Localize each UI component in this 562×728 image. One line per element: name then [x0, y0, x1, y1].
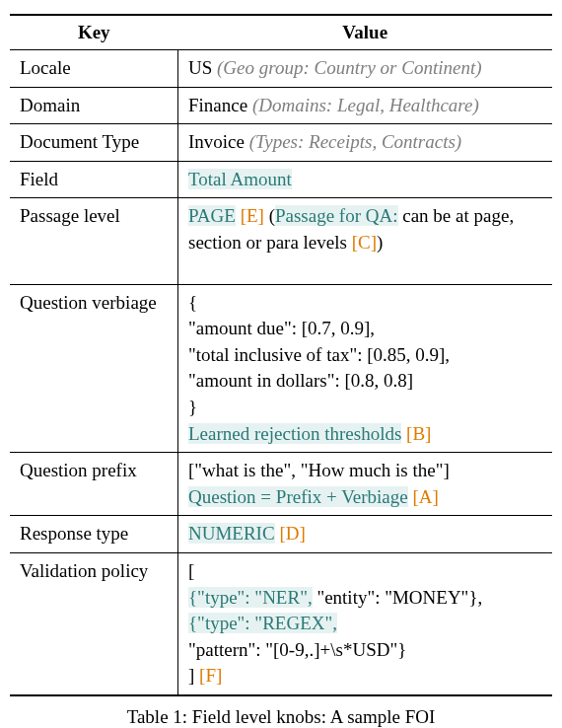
passage-qa: Passage for QA: — [275, 205, 398, 226]
row-domain: Domain Finance (Domains: Legal, Healthca… — [10, 87, 552, 124]
cell-verbiage-key: Question verbiage — [10, 284, 178, 453]
header-row: Key Value — [10, 15, 552, 50]
row-validation: Validation policy [ {"type": "NER", "ent… — [10, 552, 552, 694]
row-response: Response type NUMERIC [D] — [10, 516, 552, 553]
cell-prefix-value: ["what is the", "How much is the"] Quest… — [178, 453, 553, 516]
doctype-main: Invoice — [188, 131, 245, 152]
verbiage-learned: Learned rejection thresholds — [188, 423, 401, 444]
validation-ner-a: {"type": "NER", — [188, 587, 313, 608]
cell-verbiage-value: { "amount due": [0.7, 0.9], "total inclu… — [178, 284, 553, 453]
cell-response-key: Response type — [10, 516, 178, 553]
cell-passage-value: PAGE [E] (Passage for QA: can be at page… — [178, 198, 553, 284]
caption-l1: Table 1: Field level knobs: A sample FOI — [127, 706, 436, 727]
locale-note: (Geo group: Country or Continent) — [212, 57, 481, 78]
verbiage-l4: "amount in dollars": [0.8, 0.8] — [188, 370, 413, 391]
verbiage-l5: } — [188, 397, 197, 417]
cell-field-key: Field — [10, 161, 178, 198]
cell-domain-value: Finance (Domains: Legal, Healthcare) — [178, 87, 553, 124]
passage-open: ( — [264, 205, 275, 226]
row-field: Field Total Amount — [10, 161, 552, 198]
cell-response-value: NUMERIC [D] — [178, 516, 553, 553]
passage-tag-e: [E] — [241, 205, 264, 226]
foi-config-table: Key Value Locale US (Geo group: Country … — [10, 14, 552, 696]
cell-locale-key: Locale — [10, 50, 178, 88]
table-caption: Table 1: Field level knobs: A sample FOI… — [10, 706, 552, 728]
prefix-l1: ["what is the", "How much is the"] — [188, 460, 450, 480]
prefix-eq: Question = Prefix + Verbiage — [188, 486, 408, 507]
cell-validation-key: Validation policy — [10, 552, 178, 694]
validation-ner-b: "entity": "MONEY"}, — [313, 587, 483, 608]
cell-locale-value: US (Geo group: Country or Continent) — [178, 50, 553, 88]
cell-validation-value: [ {"type": "NER", "entity": "MONEY"}, {"… — [178, 552, 553, 694]
validation-pattern: "pattern": "[0-9,.]+\s*USD"} — [188, 639, 406, 660]
cell-doctype-key: Document Type — [10, 124, 178, 162]
validation-l1: [ — [188, 560, 194, 581]
row-locale: Locale US (Geo group: Country or Contine… — [10, 50, 552, 88]
verbiage-l2: "amount due": [0.7, 0.9], — [188, 318, 375, 338]
passage-tag-c: [C] — [352, 232, 377, 253]
doctype-note: (Types: Receipts, Contracts) — [245, 131, 461, 152]
cell-passage-key: Passage level — [10, 198, 178, 284]
verbiage-tag-b: [B] — [401, 423, 431, 444]
header-value: Value — [178, 15, 553, 50]
locale-main: US — [188, 57, 212, 78]
cell-domain-key: Domain — [10, 87, 178, 124]
passage-page: PAGE — [188, 205, 236, 226]
verbiage-l3: "total inclusive of tax": [0.85, 0.9], — [188, 344, 450, 365]
cell-field-value: Total Amount — [178, 161, 553, 198]
row-verbiage: Question verbiage { "amount due": [0.7, … — [10, 284, 552, 453]
passage-close: ) — [377, 232, 383, 253]
verbiage-l1: { — [188, 292, 197, 313]
row-passage: Passage level PAGE [E] (Passage for QA: … — [10, 198, 552, 284]
validation-regex: {"type": "REGEX", — [188, 613, 337, 633]
cell-prefix-key: Question prefix — [10, 453, 178, 516]
response-val: NUMERIC — [188, 523, 275, 544]
field-value: Total Amount — [188, 169, 292, 189]
row-doctype: Document Type Invoice (Types: Receipts, … — [10, 124, 552, 162]
row-prefix: Question prefix ["what is the", "How muc… — [10, 453, 552, 516]
validation-tag-f: [F] — [194, 665, 222, 686]
domain-note: (Domains: Legal, Healthcare) — [247, 95, 479, 115]
response-tag-d: [D] — [275, 523, 306, 544]
domain-main: Finance — [188, 95, 247, 115]
prefix-tag-a: [A] — [408, 486, 439, 507]
header-key: Key — [10, 15, 178, 50]
cell-doctype-value: Invoice (Types: Receipts, Contracts) — [178, 124, 553, 162]
